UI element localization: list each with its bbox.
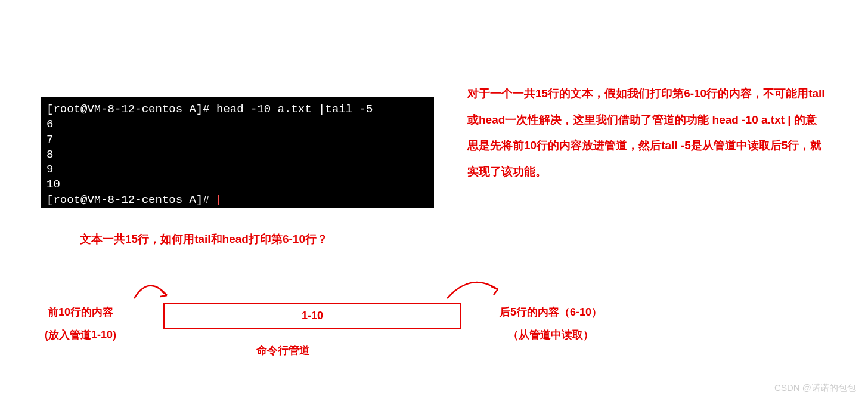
cursor-icon xyxy=(218,195,219,205)
right-label: 后5行的内容（6-10） （从管道中读取） xyxy=(500,301,602,347)
pipe-label: 命令行管道 xyxy=(256,343,310,357)
left-label: 前10行的内容 (放入管道1-10) xyxy=(45,301,116,347)
terminal-output-line: 10 xyxy=(46,177,428,192)
terminal-output-line: 8 xyxy=(46,147,428,162)
terminal-output-line: 6 xyxy=(46,117,428,132)
watermark: CSDN @诺诺的包包 xyxy=(774,383,856,394)
terminal-window: [root@VM-8-12-centos A]# head -10 a.txt … xyxy=(41,97,434,208)
pipe-content: 1-10 xyxy=(302,310,323,322)
terminal-prompt: [root@VM-8-12-centos A]# xyxy=(46,103,216,116)
right-label-line1: 后5行的内容（6-10） xyxy=(500,301,602,324)
left-label-line1: 前10行的内容 xyxy=(45,301,116,324)
terminal-line-1: [root@VM-8-12-centos A]# head -10 a.txt … xyxy=(46,102,428,117)
question-text: 文本一共15行，如何用tail和head打印第6-10行？ xyxy=(80,232,328,247)
explanation-text: 对于一个一共15行的文本，假如我们打印第6-10行的内容，不可能用tail或he… xyxy=(467,81,825,185)
right-label-line2: （从管道中读取） xyxy=(500,324,602,347)
terminal-line-2: [root@VM-8-12-centos A]# xyxy=(46,193,428,208)
terminal-output-line: 9 xyxy=(46,162,428,177)
terminal-prompt: [root@VM-8-12-centos A]# xyxy=(46,193,216,206)
terminal-command: head -10 a.txt |tail -5 xyxy=(216,103,373,116)
pipe-box: 1-10 xyxy=(163,303,461,329)
pipe-diagram: 前10行的内容 (放入管道1-10) 1-10 命令行管道 后5行的内容（6-1… xyxy=(36,269,692,376)
terminal-output-line: 7 xyxy=(46,132,428,147)
left-label-line2: (放入管道1-10) xyxy=(45,324,116,347)
